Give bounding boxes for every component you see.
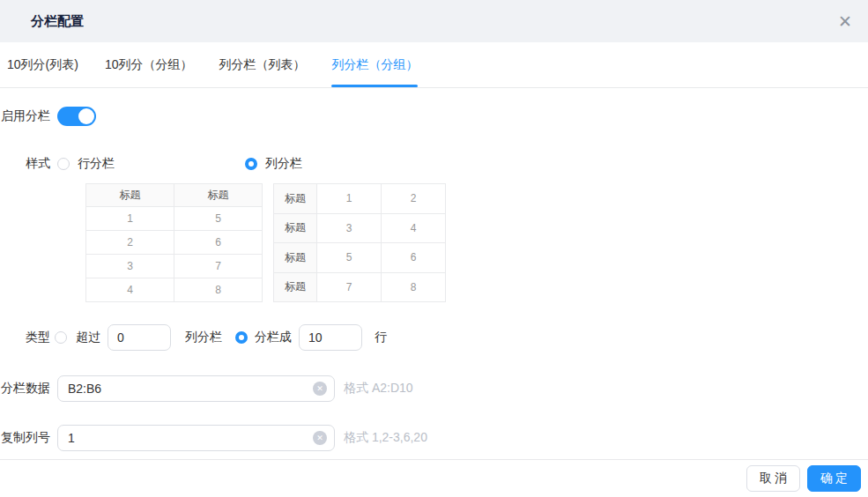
table-row: 标题 5 6 — [274, 243, 446, 273]
tab-col-split-group[interactable]: 列分栏（分组） — [331, 42, 418, 87]
enable-label: 启用分栏 — [0, 108, 50, 124]
type-into-suffix: 行 — [375, 330, 387, 345]
dialog-body: 启用分栏 样式 行分栏 列分栏 标题 标题 — [0, 107, 868, 451]
clear-icon[interactable]: ✕ — [313, 382, 327, 396]
enable-toggle[interactable] — [57, 107, 96, 126]
style-option-row[interactable]: 行分栏 — [57, 156, 245, 172]
radio-split-into-icon[interactable] — [235, 331, 248, 344]
radio-col-split-icon[interactable] — [245, 158, 257, 170]
type-row: 类型 超过 列分栏 分栏成 行 — [0, 324, 868, 351]
tab-10-col-group[interactable]: 10列分（分组） — [105, 42, 193, 87]
confirm-button[interactable]: 确定 — [807, 465, 861, 492]
style-row: 样式 行分栏 列分栏 — [0, 156, 868, 172]
dialog-footer: 取消 确定 — [0, 459, 868, 497]
data-range-input[interactable] — [57, 375, 335, 402]
close-icon[interactable]: ✕ — [838, 13, 852, 30]
table-cell: 5 — [174, 207, 263, 231]
tab-bar: 10列分(列表) 10列分（分组） 列分栏（列表） 列分栏（分组） — [0, 42, 868, 88]
data-range-row: 分栏数据 ✕ 格式 A2:D10 — [0, 375, 868, 402]
type-label: 类型 — [0, 330, 50, 345]
header-cell: 标题 — [86, 184, 174, 207]
column-config-dialog: 分栏配置 ✕ 10列分(列表) 10列分（分组） 列分栏（列表） 列分栏（分组）… — [0, 0, 868, 497]
toggle-knob — [78, 108, 94, 124]
table-header-row: 标题 标题 — [86, 184, 263, 207]
data-range-input-wrap: ✕ — [57, 375, 335, 402]
style-option-col-label: 列分栏 — [265, 156, 302, 172]
table-cell: 7 — [174, 255, 263, 278]
table-row: 标题 1 2 — [274, 184, 446, 214]
style-option-row-label: 行分栏 — [78, 156, 115, 172]
type-into-label: 分栏成 — [255, 330, 292, 345]
table-row: 2 6 — [86, 231, 263, 255]
table-cell: 8 — [174, 278, 263, 302]
table-row: 4 8 — [86, 278, 263, 302]
cancel-button[interactable]: 取消 — [746, 465, 800, 492]
row-header-cell: 标题 — [274, 243, 317, 273]
split-into-count-input[interactable] — [299, 324, 362, 351]
dialog-header: 分栏配置 ✕ — [0, 0, 868, 42]
table-cell: 8 — [382, 272, 446, 302]
style-option-col[interactable]: 列分栏 — [245, 156, 302, 172]
data-range-label: 分栏数据 — [0, 381, 50, 397]
table-cell: 5 — [317, 243, 382, 273]
copy-cols-row: 复制列号 ✕ 格式 1,2-3,6,20 — [0, 425, 868, 451]
row-split-preview-table: 标题 标题 1 5 2 6 3 7 — [85, 183, 263, 302]
table-row: 3 7 — [86, 255, 263, 278]
header-cell: 标题 — [174, 184, 263, 207]
over-count-input[interactable] — [108, 324, 171, 351]
radio-row-split-icon[interactable] — [57, 158, 70, 170]
row-header-cell: 标题 — [274, 272, 317, 302]
table-cell: 7 — [317, 272, 382, 302]
clear-icon[interactable]: ✕ — [313, 431, 327, 445]
dialog-title: 分栏配置 — [31, 13, 84, 30]
radio-over-icon[interactable] — [55, 331, 67, 344]
row-header-cell: 标题 — [274, 184, 317, 214]
table-cell: 3 — [86, 255, 174, 278]
data-range-hint: 格式 A2:D10 — [344, 381, 413, 397]
type-over-label: 超过 — [76, 330, 100, 345]
table-cell: 3 — [317, 213, 382, 243]
row-header-cell: 标题 — [274, 213, 317, 243]
copy-cols-hint: 格式 1,2-3,6,20 — [344, 430, 427, 446]
col-split-preview-table: 标题 1 2 标题 3 4 标题 5 6 标题 — [273, 183, 446, 302]
table-row: 标题 7 8 — [274, 272, 446, 302]
table-row: 标题 3 4 — [274, 213, 446, 243]
table-cell: 2 — [86, 231, 174, 255]
table-cell: 2 — [382, 184, 446, 214]
enable-row: 启用分栏 — [0, 107, 868, 126]
style-label: 样式 — [0, 156, 50, 172]
table-cell: 6 — [174, 231, 263, 255]
copy-cols-label: 复制列号 — [0, 430, 50, 446]
table-cell: 1 — [86, 207, 174, 231]
copy-cols-input-wrap: ✕ — [57, 425, 335, 451]
table-cell: 1 — [317, 184, 382, 214]
copy-cols-input[interactable] — [57, 425, 335, 451]
tab-col-split-list[interactable]: 列分栏（列表） — [219, 42, 305, 87]
table-row: 1 5 — [86, 207, 263, 231]
table-cell: 6 — [382, 243, 446, 273]
table-cell: 4 — [382, 213, 446, 243]
type-over-suffix: 列分栏 — [185, 330, 222, 345]
tab-10-col-list[interactable]: 10列分(列表) — [7, 42, 78, 87]
preview-tables: 标题 标题 1 5 2 6 3 7 — [85, 183, 868, 302]
table-cell: 4 — [86, 278, 174, 302]
